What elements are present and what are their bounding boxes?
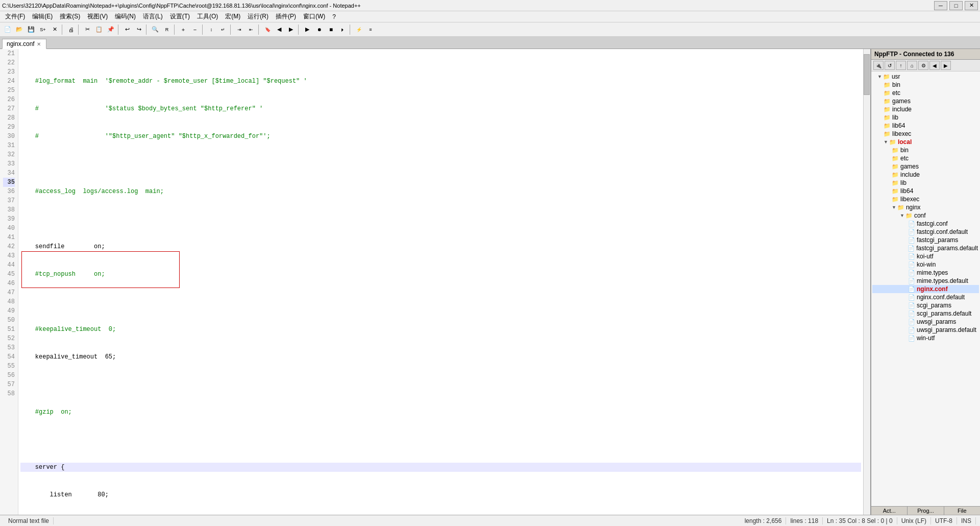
code-line-31: keepalive_timeout 65; bbox=[20, 352, 861, 362]
redo-button[interactable]: ↪ bbox=[133, 24, 144, 35]
paste-button[interactable]: 📌 bbox=[105, 24, 116, 35]
editor-scrollbar[interactable] bbox=[863, 49, 870, 515]
code-content[interactable]: #log_format main '$remote_addr - $remote… bbox=[18, 49, 863, 515]
tree-item-local-lib64[interactable]: 📁 lib64 bbox=[872, 187, 979, 195]
ftp-tree[interactable]: ▼ 📁 usr 📁 bin 📁 etc 📁 games bbox=[871, 71, 980, 506]
menu-plugins[interactable]: 插件(P) bbox=[273, 11, 299, 22]
print-button[interactable]: 🖨 bbox=[65, 24, 77, 35]
tree-item-local-games[interactable]: 📁 games bbox=[872, 162, 979, 171]
tree-item-fastcgi-params[interactable]: 📄 fastcgi_params bbox=[872, 236, 979, 244]
tree-item-koi-win[interactable]: 📄 koi-win bbox=[872, 260, 979, 269]
tree-item-usr[interactable]: ▼ 📁 usr bbox=[872, 73, 979, 81]
tree-item-local-include[interactable]: 📁 include bbox=[872, 171, 979, 179]
tree-item-uwsgi-params-default[interactable]: 📄 uwsgi_params.default bbox=[872, 326, 979, 334]
ftp-tab-progress[interactable]: Prog... bbox=[908, 507, 944, 515]
replace-button[interactable]: R bbox=[161, 24, 173, 35]
tree-item-nginx[interactable]: ▼ 📁 nginx bbox=[872, 203, 979, 211]
bookmark-toggle-button[interactable]: 🔖 bbox=[262, 24, 273, 35]
run-button[interactable]: ▶ bbox=[302, 24, 313, 35]
close-button[interactable]: ✕ bbox=[965, 1, 978, 10]
ftp-refresh-button[interactable]: ↺ bbox=[885, 61, 895, 70]
tree-label: mime.types.default bbox=[917, 277, 968, 284]
menu-file[interactable]: 文件(F) bbox=[2, 11, 28, 22]
ftp-extra1-button[interactable]: ◀ bbox=[929, 61, 940, 70]
folder-icon: 📁 bbox=[892, 188, 899, 195]
tree-item-koi-utf[interactable]: 📄 koi-utf bbox=[872, 252, 979, 260]
menu-run[interactable]: 运行(R) bbox=[244, 11, 272, 22]
copy-button[interactable]: 📋 bbox=[93, 24, 105, 35]
save-all-button[interactable]: S+ bbox=[37, 24, 48, 35]
tree-item-scgi-params[interactable]: 📄 scgi_params bbox=[872, 301, 979, 309]
ftp-settings-button[interactable]: ⚙ bbox=[918, 61, 928, 70]
menu-macro[interactable]: 宏(M) bbox=[222, 11, 243, 22]
tree-item-local[interactable]: ▼ 📁 local bbox=[872, 138, 979, 146]
tree-item-local-libexec[interactable]: 📁 libexec bbox=[872, 195, 979, 203]
extra-btn2[interactable]: ≡ bbox=[365, 24, 376, 35]
tree-item-include-usr[interactable]: 📁 include bbox=[872, 105, 979, 113]
tree-item-games[interactable]: 📁 games bbox=[872, 97, 979, 105]
menu-tools[interactable]: 工具(O) bbox=[194, 11, 221, 22]
tree-item-local-bin[interactable]: 📁 bin bbox=[872, 146, 979, 154]
tree-item-bin[interactable]: 📁 bin bbox=[872, 81, 979, 89]
tab-nginx-conf[interactable]: nginx.conf ✕ bbox=[2, 39, 46, 49]
tree-item-uwsgi-params[interactable]: 📄 uwsgi_params bbox=[872, 318, 979, 326]
file-icon: 📄 bbox=[908, 294, 915, 301]
menu-help[interactable]: ? bbox=[329, 12, 339, 21]
tree-item-win-utf[interactable]: 📄 win-utf bbox=[872, 334, 979, 342]
file-icon: 📄 bbox=[908, 327, 915, 333]
find-button[interactable]: 🔍 bbox=[150, 24, 161, 35]
tree-item-fastcgi-params-default[interactable]: 📄 fastcgi_params.default bbox=[872, 244, 979, 252]
next-bookmark-button[interactable]: ▶ bbox=[285, 24, 297, 35]
zoom-in-button[interactable]: + bbox=[178, 24, 189, 35]
sync-scroll-button[interactable]: ↕ bbox=[206, 24, 217, 35]
cut-button[interactable]: ✂ bbox=[82, 24, 93, 35]
menu-search[interactable]: 搜索(S) bbox=[57, 11, 83, 22]
new-button[interactable]: 📄 bbox=[2, 24, 13, 35]
tree-item-nginx-conf-default[interactable]: 📄 nginx.conf.default bbox=[872, 293, 979, 301]
ftp-tab-file-label: File bbox=[958, 508, 967, 514]
maximize-button[interactable]: □ bbox=[949, 1, 963, 10]
tree-item-scgi-params-default[interactable]: 📄 scgi_params.default bbox=[872, 309, 979, 318]
undo-button[interactable]: ↩ bbox=[121, 24, 133, 35]
tree-item-lib[interactable]: 📁 lib bbox=[872, 113, 979, 122]
macro-stop-button[interactable]: ⏹ bbox=[325, 24, 336, 35]
tree-item-conf[interactable]: ▼ 📁 conf bbox=[872, 211, 979, 220]
ftp-tab-file[interactable]: File bbox=[944, 507, 980, 515]
ftp-connect-button[interactable]: 🔌 bbox=[873, 61, 884, 70]
tree-item-nginx-conf[interactable]: 📄 nginx.conf bbox=[872, 285, 979, 293]
menu-window[interactable]: 窗口(W) bbox=[300, 11, 328, 22]
menu-view[interactable]: 视图(V) bbox=[84, 11, 111, 22]
menu-edit[interactable]: 编辑(E) bbox=[29, 11, 56, 22]
ftp-extra2-button[interactable]: ▶ bbox=[941, 61, 951, 70]
tree-item-fastcgi-conf-default[interactable]: 📄 fastcgi.conf.default bbox=[872, 228, 979, 236]
macro-record-button[interactable]: ⏺ bbox=[313, 24, 325, 35]
tree-item-mime-types[interactable]: 📄 mime.types bbox=[872, 269, 979, 277]
tree-item-lib64[interactable]: 📁 lib64 bbox=[872, 122, 979, 130]
unindent-button[interactable]: ⇤ bbox=[246, 24, 257, 35]
file-icon: 📄 bbox=[908, 253, 915, 260]
zoom-out-button[interactable]: − bbox=[189, 24, 201, 35]
ftp-tab-activity[interactable]: Act... bbox=[871, 507, 908, 515]
tree-item-fastcgi-conf[interactable]: 📄 fastcgi.conf bbox=[872, 220, 979, 228]
open-button[interactable]: 📂 bbox=[14, 24, 25, 35]
menu-language[interactable]: 语言(L) bbox=[140, 11, 166, 22]
save-button[interactable]: 💾 bbox=[26, 24, 37, 35]
extra-btn1[interactable]: ⚡ bbox=[353, 24, 364, 35]
wrap-button[interactable]: ↵ bbox=[217, 24, 229, 35]
menu-settings[interactable]: 设置(T) bbox=[167, 11, 193, 22]
ftp-home-button[interactable]: ⌂ bbox=[907, 61, 917, 70]
indent-button[interactable]: ⇥ bbox=[234, 24, 245, 35]
close-button2[interactable]: ✕ bbox=[49, 24, 60, 35]
scrollbar-thumb[interactable] bbox=[864, 54, 870, 95]
tree-item-libexec[interactable]: 📁 libexec bbox=[872, 130, 979, 138]
prev-bookmark-button[interactable]: ◀ bbox=[274, 24, 285, 35]
macro-play-button[interactable]: ⏵ bbox=[337, 24, 348, 35]
tree-item-mime-types-default[interactable]: 📄 mime.types.default bbox=[872, 277, 979, 285]
ftp-up-button[interactable]: ↑ bbox=[896, 61, 906, 70]
tree-item-local-lib[interactable]: 📁 lib bbox=[872, 179, 979, 187]
tree-item-etc[interactable]: 📁 etc bbox=[872, 89, 979, 97]
minimize-button[interactable]: ─ bbox=[934, 1, 947, 10]
tab-close-icon[interactable]: ✕ bbox=[37, 41, 41, 47]
tree-item-local-etc[interactable]: 📁 etc bbox=[872, 154, 979, 162]
menu-encode[interactable]: 编码(N) bbox=[112, 11, 139, 22]
